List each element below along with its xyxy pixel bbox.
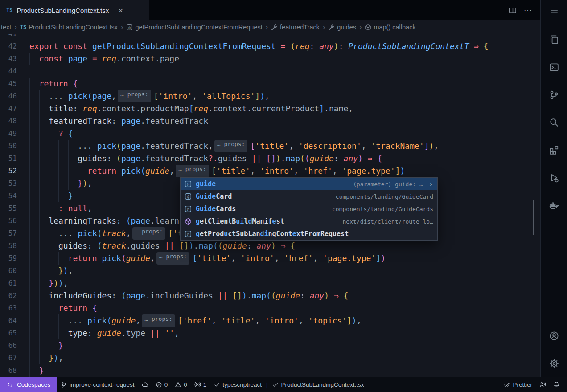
code-token: any [256, 240, 271, 252]
activity-run-debug[interactable] [541, 164, 567, 192]
code-token: .context.page [116, 53, 179, 65]
activity-docker[interactable] [541, 192, 567, 219]
activity-search[interactable] [541, 109, 567, 136]
code-line-63[interactable]: 63return { [0, 302, 540, 314]
code-line-49[interactable]: 49? { [0, 127, 540, 140]
code-token: 'intro' [241, 252, 275, 265]
code-line-43[interactable]: 43const page = req.context.page [0, 53, 540, 65]
status-prettier[interactable]: Prettier [500, 377, 536, 392]
suggest-item[interactable]: @GuideCardscomponents/landing/GuideCards [181, 203, 437, 215]
code-token: req [193, 102, 208, 115]
activity-files[interactable] [541, 26, 567, 53]
check-icon [272, 381, 279, 388]
code-line-50[interactable]: 50... pick(page.featuredTrack,… props:['… [0, 140, 540, 152]
breadcrumb-item[interactable]: map() callback [365, 24, 415, 31]
code-token: [ [212, 165, 217, 177]
code-line-62[interactable]: 62includeGuides: (page.includeGuides || … [0, 290, 540, 302]
breadcrumb-item[interactable]: guides [328, 24, 356, 31]
activity-menu[interactable] [541, 0, 567, 20]
at-icon: @ [185, 193, 192, 200]
codespaces-status[interactable]: Codespaces [0, 377, 57, 392]
status-label: 0 [164, 381, 168, 388]
activity-terminal[interactable] [541, 53, 567, 81]
code-line-46[interactable]: 46... pick(page,… props:['intro', 'allTo… [0, 90, 540, 102]
status-warnings[interactable]: 0 [171, 377, 191, 392]
inlay-hint: … props: [214, 140, 248, 152]
code-line-68[interactable]: 68} [0, 364, 540, 377]
breadcrumb-item[interactable]: text [1, 24, 11, 31]
status-language-status[interactable]: typescriptreact [210, 377, 265, 392]
chevron-right-icon: › [429, 180, 433, 188]
code-token: any [310, 290, 325, 302]
code-token: ] [395, 165, 400, 177]
code-line-44[interactable]: 44 [0, 65, 540, 78]
suggest-item[interactable]: getClientBuildManifestnext/dist/client/r… [181, 215, 437, 228]
code-editor[interactable]: 4142export const getProductSubLandingCon… [0, 34, 540, 377]
svg-text:@: @ [187, 207, 189, 211]
line-number: 42 [0, 40, 29, 53]
status-sync[interactable] [138, 377, 152, 392]
activity-settings[interactable] [541, 350, 567, 377]
status-remote-indicator[interactable] [536, 377, 550, 392]
inlay-hint: … props: [176, 165, 209, 177]
breadcrumb-item[interactable]: featuredTrack [271, 24, 320, 31]
code-token [247, 152, 252, 165]
code-line-61[interactable]: 61})), [0, 277, 540, 290]
code-token: 'intro' [265, 314, 299, 327]
code-line-60[interactable]: 60}), [0, 265, 540, 277]
code-token: ProductSubLandingContextT [348, 40, 469, 53]
status-notifications[interactable] [550, 377, 563, 392]
activity-extensions[interactable] [541, 136, 567, 164]
code-line-48[interactable]: 48featuredTrack: page.featuredTrack [0, 115, 540, 127]
suggest-detail: next/dist/client/route-lo… [343, 218, 434, 225]
code-line-47[interactable]: 47title: req.context.productMap[req.cont… [0, 102, 540, 115]
status-ports[interactable]: 1 [191, 377, 210, 392]
code-token: title [49, 102, 73, 115]
code-line-45[interactable]: 45return { [0, 78, 540, 90]
code-line-52[interactable]: 52return pick(guide,… props:['title', 'i… [0, 165, 540, 177]
code-token: pick [102, 252, 121, 265]
suggest-item[interactable]: @guide(parameter) guide: …› [181, 178, 437, 190]
code-token: . [247, 290, 252, 302]
activity-source-control[interactable] [541, 81, 567, 109]
scrollbar-thumb[interactable] [533, 200, 534, 235]
code-token: req [295, 40, 310, 53]
code-line-66[interactable]: 66} [0, 339, 540, 352]
code-token: [ [168, 227, 173, 240]
code-line-42[interactable]: 42export const getProductSubLandingConte… [0, 40, 540, 53]
code-token [363, 152, 368, 165]
code-line-41[interactable]: 41 [0, 34, 540, 40]
status-divider[interactable]: | [265, 377, 269, 392]
code-token: : [310, 40, 320, 53]
code-token: : [87, 327, 97, 339]
code-token [276, 40, 281, 53]
code-line-64[interactable]: 64... pick(guide,… props:['href', 'title… [0, 314, 540, 327]
code-token: map [285, 152, 300, 165]
suggest-item[interactable]: @GuideCardcomponents/landing/GuideCard [181, 190, 437, 203]
breadcrumb-item[interactable]: TSProductSubLandingContext.tsx [20, 24, 118, 31]
code-line-67[interactable]: 67}), [0, 352, 540, 364]
code-line-58[interactable]: 58guides: (track.guides || []).map((guid… [0, 240, 540, 252]
code-token [87, 302, 92, 314]
search-icon [549, 118, 559, 127]
tab-product-sub-landing-context[interactable]: TS ProductSubLandingContext.tsx × [0, 0, 149, 20]
code-line-51[interactable]: 51guides: (page.featuredTrack?.guides ||… [0, 152, 540, 165]
code-token: { [484, 40, 489, 53]
status-label: typescriptreact [222, 381, 262, 388]
code-line-59[interactable]: 59return pick(guide,… props:['title', 'i… [0, 252, 540, 265]
code-token: pick [78, 227, 97, 240]
split-editor-icon[interactable] [509, 7, 517, 14]
indent-guides [29, 339, 58, 352]
more-actions-icon[interactable]: ··· [524, 6, 532, 14]
suggest-item[interactable]: @getProductSubLandingContextFromRequest [181, 228, 437, 240]
code-token: .context.productMap [97, 102, 189, 115]
status-branch[interactable]: improve-context-request [57, 377, 138, 392]
status-errors[interactable]: 0 [152, 377, 172, 392]
code-line-65[interactable]: 65type: guide.type || '', [0, 327, 540, 339]
close-icon[interactable]: × [118, 6, 123, 15]
code-token: , [348, 102, 353, 115]
status-active-file[interactable]: ProductSubLandingContext.tsx [268, 377, 367, 392]
activity-account[interactable] [541, 322, 567, 350]
breadcrumb-item[interactable]: @getProductSubLandingContextFromRequest [126, 24, 262, 31]
breadcrumb: text›TSProductSubLandingContext.tsx›@get… [0, 20, 540, 34]
